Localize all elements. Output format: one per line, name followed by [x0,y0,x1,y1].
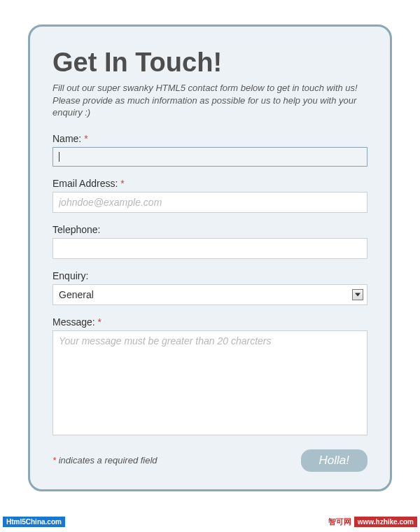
text-caret [59,152,59,162]
page-subtitle: Fill out our super swanky HTML5 contact … [52,82,368,119]
telephone-input[interactable] [52,238,368,259]
email-label-text: Email Address: [52,178,118,189]
field-message: Message: * [52,316,368,438]
required-note-text: indicates a required field [56,455,158,465]
badge-html5china: Html5China.com [3,517,65,527]
email-input[interactable] [52,192,368,213]
form-footer: * indicates a required field Holla! [52,449,368,472]
enquiry-label: Enquiry: [52,270,368,281]
message-textarea[interactable] [52,330,368,435]
email-label: Email Address: * [52,178,368,189]
submit-button[interactable]: Holla! [301,449,368,472]
required-marker: * [84,133,88,144]
field-email: Email Address: * [52,178,368,213]
name-label: Name: * [52,133,368,144]
required-note: * indicates a required field [52,455,158,465]
page-title: Get In Touch! [52,48,368,78]
enquiry-select[interactable]: General [52,284,368,305]
contact-form-card: Get In Touch! Fill out our super swanky … [28,24,392,491]
telephone-label: Telephone: [52,224,368,235]
name-input[interactable] [52,147,368,167]
badge-hzhike-url: www.hzhike.com [354,517,417,527]
badge-hzhike: 智可网 www.hzhike.com [328,517,417,527]
field-telephone: Telephone: [52,224,368,259]
field-name: Name: * [52,133,368,167]
field-enquiry: Enquiry: General [52,270,368,305]
required-marker: * [98,316,102,328]
badge-hzhike-cn: 智可网 [328,517,351,527]
message-label-text: Message: [52,316,95,328]
required-marker: * [120,178,124,189]
enquiry-select-wrap: General [52,284,368,305]
name-label-text: Name: [52,133,81,144]
message-label: Message: * [52,316,368,328]
